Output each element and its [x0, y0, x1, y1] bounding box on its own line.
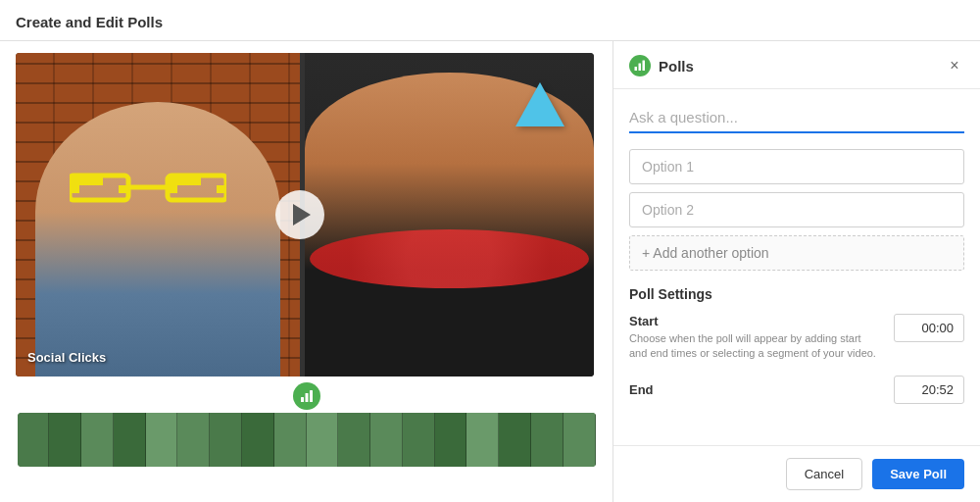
- video-label: Social Clicks: [27, 350, 106, 365]
- close-button[interactable]: ×: [945, 56, 964, 75]
- svg-rect-20: [643, 61, 646, 72]
- svg-rect-17: [310, 390, 313, 402]
- svg-rect-7: [72, 185, 79, 193]
- glasses-icon: [70, 171, 226, 205]
- timeline-frame: [18, 413, 50, 467]
- polls-footer: Cancel Save Poll: [613, 445, 980, 502]
- timeline-frame: [49, 413, 81, 467]
- settings-end-row: End: [629, 376, 964, 404]
- add-option-button[interactable]: + Add another option: [629, 235, 964, 271]
- person-silhouette-left: [35, 102, 280, 376]
- timeline-frames: [18, 413, 596, 467]
- timeline-frame: [403, 413, 435, 467]
- timeline-frame: [564, 413, 596, 467]
- left-panel: Social Clicks: [0, 41, 612, 502]
- timeline-frame: [370, 413, 403, 467]
- svg-rect-19: [639, 64, 642, 72]
- timeline-frame: [81, 413, 114, 467]
- timeline-frame: [435, 413, 467, 467]
- start-description: Choose when the poll will appear by addi…: [629, 331, 882, 362]
- svg-rect-11: [185, 177, 193, 185]
- main-content: Social Clicks: [0, 41, 980, 502]
- start-time-input[interactable]: [894, 314, 964, 342]
- timeline-marker[interactable]: [293, 382, 320, 410]
- timeline-frame: [210, 413, 242, 467]
- timeline-frame: [274, 413, 307, 467]
- timeline-frame: [466, 413, 499, 467]
- page-wrapper: Create and Edit Polls: [0, 0, 980, 502]
- timeline-frame: [338, 413, 370, 467]
- video-container[interactable]: Social Clicks: [16, 53, 594, 376]
- timeline-frame: [499, 413, 531, 467]
- polls-title: Polls: [659, 58, 694, 75]
- polls-icon: [629, 55, 651, 76]
- svg-rect-18: [635, 67, 638, 71]
- play-button[interactable]: [275, 190, 324, 239]
- svg-rect-6: [95, 177, 103, 185]
- save-poll-button[interactable]: Save Poll: [872, 459, 964, 489]
- svg-rect-9: [170, 177, 177, 185]
- timeline-frame: [114, 413, 146, 467]
- arrow-sticker-icon: [515, 82, 564, 126]
- timeline-area: [16, 382, 597, 467]
- cancel-button[interactable]: Cancel: [786, 458, 862, 490]
- play-icon: [293, 204, 311, 226]
- page-title: Create and Edit Polls: [0, 0, 980, 41]
- settings-start-row: Start Choose when the poll will appear b…: [629, 314, 964, 362]
- svg-rect-14: [217, 185, 224, 193]
- svg-rect-4: [79, 177, 87, 185]
- svg-rect-12: [193, 177, 201, 185]
- timeline-frame: [531, 413, 564, 467]
- timeline-strip[interactable]: [18, 413, 596, 467]
- timeline-frame: [242, 413, 274, 467]
- video-right: [305, 53, 594, 376]
- poll-settings-title: Poll Settings: [629, 286, 964, 302]
- video-left: Social Clicks: [16, 53, 300, 376]
- polls-body: + Add another option Poll Settings Start…: [613, 89, 980, 445]
- polls-header: Polls ×: [613, 41, 980, 89]
- end-label: End: [629, 382, 654, 397]
- polls-title-row: Polls: [629, 55, 694, 76]
- option1-input[interactable]: [629, 149, 964, 184]
- red-lei: [310, 229, 589, 288]
- question-input[interactable]: [629, 105, 964, 133]
- timeline-frame: [177, 413, 210, 467]
- end-time-input[interactable]: [894, 376, 964, 404]
- start-label-group: Start Choose when the poll will appear b…: [629, 314, 882, 362]
- svg-rect-10: [177, 177, 185, 185]
- svg-rect-13: [170, 185, 177, 193]
- option2-input[interactable]: [629, 192, 964, 227]
- start-label: Start: [629, 314, 882, 328]
- svg-rect-3: [72, 177, 79, 185]
- timeline-frame: [146, 413, 178, 467]
- svg-rect-8: [119, 185, 126, 193]
- svg-rect-16: [305, 393, 308, 402]
- right-panel: Polls × + Add another option Poll Settin…: [612, 41, 980, 502]
- svg-rect-5: [87, 177, 95, 185]
- timeline-frame: [307, 413, 339, 467]
- svg-rect-15: [301, 397, 304, 402]
